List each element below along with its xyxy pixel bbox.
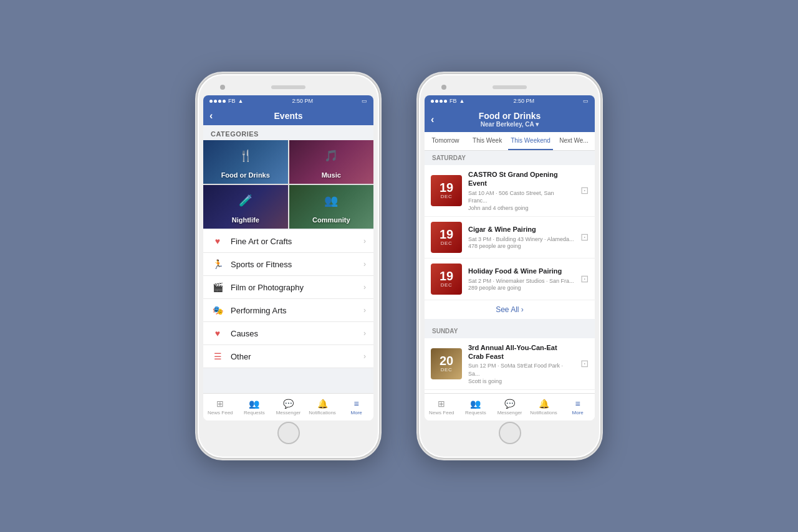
tab-more-right[interactable]: ≡ More (560, 394, 595, 420)
categories-grid: 🍴 Food or Drinks 🎵 Music 🧪 Nightlife 👥 C… (203, 140, 373, 229)
save-event-castro[interactable]: ⊡ (580, 184, 589, 196)
time-right: 2:50 PM (513, 98, 534, 104)
nightlife-icon: 🧪 (203, 194, 288, 207)
phone-right: FB ▲ 2:50 PM ▭ ‹ Food or Drinks Near Ber… (418, 73, 602, 459)
saturday-header: Saturday (425, 151, 595, 165)
carrier-left: FB (228, 98, 236, 104)
cat-item-fineart[interactable]: ♥ Fine Art or Crafts › (203, 230, 373, 253)
wifi-icon-right: ▲ (459, 98, 465, 104)
chevron-icon-sports: › (363, 260, 366, 268)
cat-tile-music[interactable]: 🎵 Music (289, 140, 374, 184)
event-going-castro: John and 4 others going (468, 205, 574, 211)
tab-notifications-right[interactable]: 🔔 Notifications (527, 394, 561, 420)
tab-thisweekend[interactable]: This Weekend (508, 132, 553, 150)
chevron-icon-causes: › (363, 329, 366, 338)
event-cigar[interactable]: 19 DEC Cigar & Wine Pairing Sat 3 PM · B… (425, 217, 595, 259)
cat-item-sports[interactable]: 🏃 Sports or Fitness › (203, 253, 373, 276)
speaker-right (493, 85, 527, 89)
chevron-icon-film: › (363, 283, 366, 292)
save-event-crab[interactable]: ⊡ (580, 358, 589, 369)
event-date-month-castro: DEC (441, 194, 452, 199)
home-button-right[interactable] (499, 422, 521, 444)
event-going-holiday: 289 people are going (468, 285, 574, 291)
event-detail-holiday: Sat 2 PM · Winemaker Studios · San Fra..… (468, 277, 574, 285)
event-detail-crab: Sun 12 PM · SoMa StrEat Food Park · Sa..… (468, 362, 574, 378)
film-icon: 🎬 (211, 282, 224, 292)
cat-item-film[interactable]: 🎬 Film or Photography › (203, 276, 373, 299)
event-holiday[interactable]: 19 DEC Holiday Food & Wine Pairing Sat 2… (425, 259, 595, 300)
cat-item-other[interactable]: ☰ Other › (203, 345, 373, 368)
other-icon: ☰ (211, 351, 224, 361)
back-button-left[interactable]: ‹ (209, 110, 213, 121)
tab-newsfeed-right[interactable]: ⊞ News Feed (425, 394, 459, 420)
screen-left: FB ▲ 2:50 PM ▭ ‹ Events Categories 🍴 (203, 95, 373, 420)
event-thumb-castro: 19 DEC (431, 175, 462, 206)
event-crab[interactable]: 20 DEC 3rd Annual All-You-Can-Eat Crab F… (425, 338, 595, 390)
status-bar-left: FB ▲ 2:50 PM ▭ (203, 95, 373, 107)
chevron-icon-other: › (363, 352, 366, 361)
screen-right: FB ▲ 2:50 PM ▭ ‹ Food or Drinks Near Ber… (425, 95, 595, 420)
cat-label-causes: Causes (231, 329, 363, 338)
requests-icon-right: 👥 (470, 399, 481, 409)
screen-content-right: Saturday 19 DEC CASTRO St Grand Opening … (425, 151, 595, 393)
performing-icon: 🎭 (211, 305, 224, 315)
cat-label-music: Music (289, 171, 374, 179)
status-bar-right: FB ▲ 2:50 PM ▭ (425, 95, 595, 107)
more-icon-left: ≡ (354, 399, 359, 409)
event-title-castro: CASTRO St Grand Opening Event (468, 170, 574, 188)
event-date-month-crab: DEC (441, 367, 452, 373)
see-all-button[interactable]: See All › (425, 300, 595, 324)
messenger-icon-left: 💬 (283, 399, 294, 409)
cat-label-performing: Performing Arts (231, 306, 363, 315)
tab-messenger-right[interactable]: 💬 Messenger (493, 394, 527, 420)
phone-left: FB ▲ 2:50 PM ▭ ‹ Events Categories 🍴 (196, 73, 380, 459)
battery-icon-left: ▭ (362, 98, 367, 104)
newsfeed-icon-left: ⊞ (216, 399, 224, 409)
cat-label-nightlife: Nightlife (203, 216, 288, 224)
phone-bottom-right (499, 420, 521, 445)
tab-requests-right[interactable]: 👥 Requests (459, 394, 493, 420)
event-title-crab: 3rd Annual All-You-Can-Eat Crab Feast (468, 343, 574, 361)
music-icon: 🎵 (289, 149, 374, 163)
event-thumb-cigar: 19 DEC (431, 222, 462, 253)
more-label-left: More (351, 410, 362, 416)
cat-tile-nightlife[interactable]: 🧪 Nightlife (203, 185, 288, 229)
bottom-tab-bar-left: ⊞ News Feed 👥 Requests 💬 Messenger 🔔 Not… (203, 393, 373, 420)
tab-messenger-left[interactable]: 💬 Messenger (271, 394, 305, 420)
screen-content-left: Categories 🍴 Food or Drinks 🎵 Music 🧪 Ni… (203, 125, 373, 393)
notifications-label-left: Notifications (309, 410, 336, 416)
tab-requests-left[interactable]: 👥 Requests (238, 394, 272, 420)
save-event-cigar[interactable]: ⊡ (580, 231, 589, 243)
tab-nextweek[interactable]: Next We... (553, 132, 595, 150)
tab-more-left[interactable]: ≡ More (339, 394, 373, 420)
bottom-tab-bar-right: ⊞ News Feed 👥 Requests 💬 Messenger 🔔 Not… (425, 393, 595, 420)
back-button-right[interactable]: ‹ (431, 114, 434, 125)
speaker-left (271, 85, 305, 89)
more-label-right: More (572, 410, 584, 416)
tab-notifications-left[interactable]: 🔔 Notifications (305, 394, 340, 420)
tab-newsfeed-left[interactable]: ⊞ News Feed (203, 394, 238, 420)
page-subtitle-right: Near Berkeley, CA ▾ (479, 121, 541, 128)
cat-item-performing[interactable]: 🎭 Performing Arts › (203, 299, 373, 322)
tab-tomorrow[interactable]: Tomorrow (425, 132, 466, 150)
time-left: 2:50 PM (292, 98, 313, 104)
requests-label-left: Requests (244, 410, 265, 416)
cat-label-community: Community (289, 216, 374, 224)
notifications-label-right: Notifications (530, 410, 557, 416)
causes-icon: ♥ (211, 328, 224, 338)
event-title-holiday: Holiday Food & Wine Pairing (468, 267, 574, 275)
home-button-left[interactable] (277, 422, 300, 444)
event-castro[interactable]: 19 DEC CASTRO St Grand Opening Event Sat… (425, 165, 595, 217)
cat-tile-community[interactable]: 👥 Community (289, 185, 374, 229)
event-date-num-holiday: 19 (440, 270, 453, 282)
cat-item-causes[interactable]: ♥ Causes › (203, 322, 373, 345)
event-thumb-holiday: 19 DEC (431, 264, 462, 295)
requests-icon-left: 👥 (249, 399, 259, 409)
sunday-header: Sunday (425, 324, 595, 338)
cat-tile-food[interactable]: 🍴 Food or Drinks (203, 140, 288, 184)
cat-label-fineart: Fine Art or Crafts (231, 237, 363, 246)
save-event-holiday[interactable]: ⊡ (580, 273, 589, 285)
carrier-right: FB (449, 98, 457, 104)
tab-thisweek[interactable]: This Week (466, 132, 508, 150)
notifications-icon-right: 🔔 (539, 399, 549, 409)
